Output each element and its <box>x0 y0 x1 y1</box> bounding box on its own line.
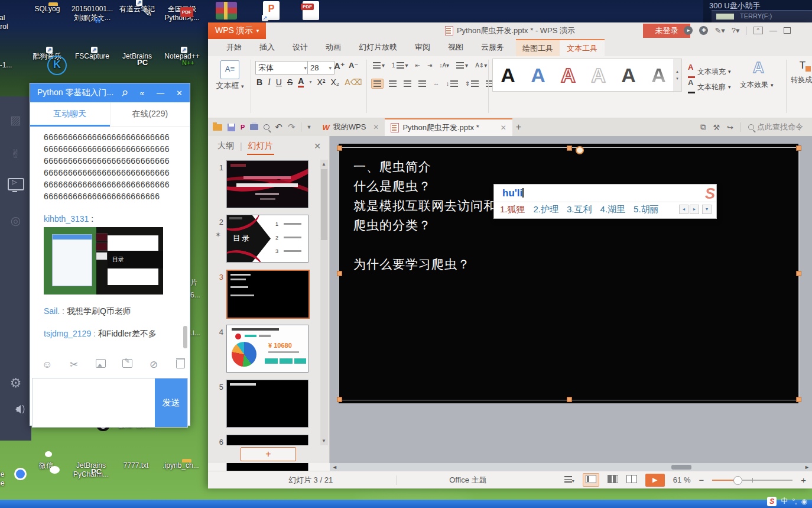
increase-font-button[interactable]: A⁺ <box>334 61 345 72</box>
rotate-handle[interactable] <box>576 146 584 154</box>
bold-button[interactable]: B <box>256 77 262 87</box>
desktop-icon-total-control[interactable]: talntrol <box>0 5 24 31</box>
decrease-font-button[interactable]: A⁻ <box>349 61 358 70</box>
underline-button[interactable]: U <box>276 77 282 87</box>
sogou-tray-icon[interactable]: S <box>767 497 777 506</box>
ime-menu-icon[interactable]: ▾ <box>702 205 712 214</box>
share-icon[interactable]: ∝ <box>139 89 145 98</box>
font-size-select[interactable]: 28▾ <box>307 61 334 75</box>
maximize-button[interactable] <box>784 27 791 34</box>
compose-icon[interactable] <box>122 359 132 371</box>
normal-view-button[interactable] <box>583 473 599 487</box>
ime-candidate-4[interactable]: 4.湖里 <box>600 204 626 215</box>
desktop-icon-txt-7777[interactable]: 7777.txt <box>113 461 158 470</box>
textbox-button[interactable]: A≡ 文本框 ▾ <box>213 59 247 91</box>
zoom-out-icon[interactable]: − <box>699 475 704 485</box>
clear-format-button[interactable]: A⌫ <box>345 77 362 87</box>
italic-button[interactable]: I <box>268 77 271 87</box>
settings-gear-icon[interactable]: ⚙ <box>0 376 31 391</box>
image-icon[interactable]: ▨ <box>0 113 31 127</box>
page-prev-icon[interactable]: ◂ <box>679 205 688 214</box>
chat-username[interactable]: tsjdmg_2129 <box>44 329 91 338</box>
tab-review[interactable]: 审阅 <box>406 38 439 56</box>
block-icon[interactable]: ⊘ <box>148 358 159 371</box>
close-tab-icon[interactable]: ✕ <box>501 124 506 132</box>
close-icon[interactable]: ✕ <box>176 89 183 98</box>
desktop-icon-python-exam-pdf[interactable]: PDF 全国二级Python考... <box>160 5 204 22</box>
help-icon[interactable]: ?▾ <box>732 26 740 35</box>
align-center-button[interactable] <box>387 79 398 88</box>
para-spacing-up-button[interactable]: ⇕ <box>463 79 480 88</box>
chat-scrollbar-thumb[interactable] <box>183 326 187 348</box>
export-pdf-icon[interactable]: P <box>241 124 245 131</box>
command-search-input[interactable]: 点此查找命令 <box>748 122 810 132</box>
char-scale-button[interactable]: A⇕▾ <box>473 61 489 70</box>
text-direction-button[interactable]: ↕A▾ <box>437 61 451 70</box>
current-slide[interactable]: 一、爬虫简介 什么是爬虫？ 就是模拟互联网去访问和获取 爬虫的分类？ 为什么要学… <box>339 144 798 403</box>
ime-punct-icon[interactable]: °, <box>792 497 797 506</box>
wordart-style-5[interactable]: A <box>621 64 636 87</box>
desktop-icon-pycharm[interactable]: JetBrainsPyCharm... <box>69 461 113 479</box>
new-tab-button[interactable]: + <box>516 122 521 132</box>
tab-interactive-chat[interactable]: 互动聊天 <box>30 102 110 126</box>
chat-messages[interactable]: 66666666666666666666666666 6666666666666… <box>30 127 190 354</box>
winrar-file-icon[interactable] <box>216 2 237 21</box>
toolbar-dropdown-icon[interactable]: ▼ <box>307 124 312 130</box>
distribute-button[interactable]: ⇔ <box>431 79 441 88</box>
print-icon[interactable] <box>250 124 258 130</box>
text-fill-button[interactable]: A 文本填充▾ <box>688 63 731 80</box>
play-skin-icon[interactable]: ▸ <box>684 26 693 35</box>
scroll-down-icon[interactable]: ▼ <box>321 438 326 444</box>
desktop-icon-ipynb[interactable]: .ipynb_ch... <box>158 461 203 470</box>
tab-drawing-tools[interactable]: 绘图工具 <box>516 40 560 56</box>
strike-button[interactable]: S <box>287 77 293 87</box>
wordart-style-1[interactable]: A <box>501 64 515 87</box>
font-name-select[interactable]: 宋体▾ <box>255 61 310 75</box>
scroll-left-icon[interactable]: ◄ <box>332 464 337 470</box>
scrollbar-thumb[interactable] <box>671 465 691 470</box>
zoom-slider[interactable] <box>712 480 792 481</box>
page-next-icon[interactable]: ▸ <box>690 205 699 214</box>
emoji-icon[interactable]: ☺ <box>42 359 53 371</box>
zoom-percent[interactable]: 61 % <box>673 475 691 484</box>
screen-share-icon[interactable] <box>0 178 31 193</box>
align-right-button[interactable] <box>402 79 413 88</box>
add-slide-button[interactable]: + <box>241 447 296 461</box>
convert-to-shape-button[interactable]: T 转换成图形 <box>791 60 812 85</box>
undo-icon[interactable]: ↶ <box>275 122 282 132</box>
chat-titlebar[interactable]: Python 零基础入门... ⚲ ∝ — ✕ <box>30 83 190 102</box>
superscript-button[interactable]: X² <box>317 77 325 87</box>
tab-cloud[interactable]: 云服务 <box>472 38 513 56</box>
redo-icon[interactable]: ↷ <box>288 122 295 132</box>
align-left-button[interactable] <box>371 79 384 89</box>
wordart-gallery[interactable]: A A A A A A <box>492 59 674 92</box>
gallery-more-button[interactable]: ▴▾ <box>673 59 682 92</box>
chat-image-attachment[interactable]: 目录 <box>44 227 163 295</box>
text-outline-button[interactable]: A 文本轮廓▾ <box>688 79 731 95</box>
collapse-ribbon-icon[interactable]: ⌃ <box>753 27 763 34</box>
desktop-icon-kugou[interactable]: 酷狗音乐 <box>25 52 70 61</box>
desktop-icon-youdao-note[interactable]: 有道云笔记 <box>115 5 160 14</box>
tab-insert[interactable]: 插入 <box>251 38 284 56</box>
tools-icon[interactable]: ⚒ <box>713 123 720 132</box>
tab-home[interactable]: 开始 <box>217 38 251 56</box>
chat-username[interactable]: kihbth_3131 <box>44 214 89 224</box>
hand-icon[interactable]: ✌ <box>0 147 31 161</box>
font-color-button[interactable]: A <box>298 76 304 88</box>
theme-name[interactable]: Office 主题 <box>449 475 486 486</box>
close-panel-icon[interactable]: ✕ <box>314 141 321 151</box>
bullet-list-button[interactable]: ▾ <box>371 61 386 70</box>
ime-lang-icon[interactable]: 中 <box>781 496 788 506</box>
signature-pen-icon[interactable]: ✎▾ <box>714 26 725 35</box>
wps-app-menu-button[interactable]: WPS 演示▾ <box>208 22 266 39</box>
reading-view-button[interactable] <box>626 475 637 485</box>
wordart-style-6[interactable]: A <box>651 64 666 87</box>
share-forward-icon[interactable]: ↪ <box>727 123 733 132</box>
tab-text-tools[interactable]: 文本工具 <box>560 40 605 56</box>
desktop-icon-sqlyog[interactable]: SQLyog <box>25 5 70 14</box>
desktop-icon-notes-doc[interactable]: W 201501001...刘娜(茶文... <box>70 5 115 22</box>
justify-button[interactable] <box>417 79 428 88</box>
slide-thumbnail-1[interactable] <box>226 160 308 208</box>
desktop-icon-chrome[interactable]: ogleome <box>0 461 20 488</box>
slide-thumbnail-3-current[interactable] <box>226 270 310 319</box>
